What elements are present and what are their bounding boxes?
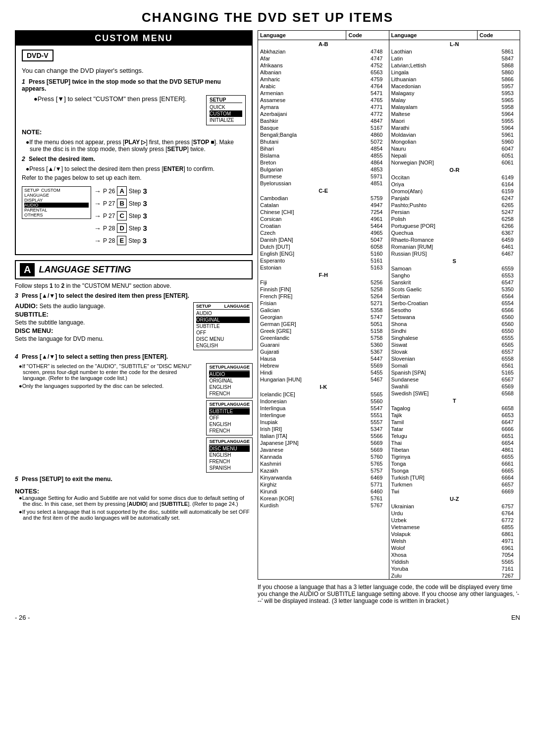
- list-item: Occitan6149: [389, 174, 520, 181]
- list-item: Hausa5447: [258, 355, 389, 362]
- section-ln: L-N: [389, 40, 520, 48]
- list-item: Kirundi6460: [258, 488, 389, 495]
- setup-menu-item-quick: QUICK: [210, 104, 242, 110]
- page: CHANGING THE DVD SET UP ITEMS CUSTOM MEN…: [0, 0, 535, 756]
- section-fh: F-H: [258, 271, 389, 279]
- list-item: Greenlandic5758: [258, 334, 389, 341]
- list-item: Kashmiri5765: [258, 460, 389, 467]
- page-number: - 26 -: [15, 614, 30, 621]
- list-item: Tamil6647: [389, 419, 520, 426]
- list-item: Italian [ITA]5566: [258, 432, 389, 439]
- list-item: Wolof6961: [389, 544, 520, 551]
- list-item: Xhosa7054: [389, 551, 520, 558]
- step4-bold: Press [▲/▼] to select a setting then pre…: [22, 353, 168, 360]
- setup-menu-item-initialize: INITIALIZE: [210, 117, 242, 123]
- list-item: Romanian [RUM]6461: [389, 243, 520, 250]
- list-item: Esperanto5161: [258, 257, 389, 264]
- list-item: Dutch [DUT]6058: [258, 243, 389, 250]
- list-item: Bulgarian4853: [258, 166, 389, 173]
- list-item: Maltese5964: [389, 110, 520, 117]
- step-b: → P 27 B Step 3: [94, 199, 147, 208]
- lang-col-left: A-B Abkhazian4748 Afar4747 Afrikaans4752…: [258, 40, 389, 579]
- col-code-1: Code: [346, 31, 389, 40]
- list-item: German [GER]5051: [258, 321, 389, 327]
- list-item: Marathi5964: [389, 124, 520, 131]
- list-item: Yiddish5565: [389, 558, 520, 565]
- list-item: Mongolian5960: [389, 138, 520, 145]
- step1-bold: Press [SETUP] twice in the stop mode so …: [22, 78, 221, 92]
- list-item: Sundanese6567: [389, 376, 520, 383]
- list-item: Tibetan4861: [389, 446, 520, 453]
- list-item: Inupiak5557: [258, 419, 389, 426]
- list-item: Thai6654: [389, 439, 520, 446]
- section-ab: A-B: [258, 40, 389, 48]
- section-ik: I-K: [258, 383, 389, 391]
- list-item: Kazakh5757: [258, 467, 389, 474]
- bottom-notes: NOTES: ●Language Setting for Audio and S…: [15, 487, 253, 521]
- list-item: Azerbaijani4772: [258, 110, 389, 117]
- list-item: English [ENG]5160: [258, 250, 389, 257]
- list-item: Bashkir4847: [258, 117, 389, 124]
- lang-setting-label: LANGUAGE SETTING: [39, 265, 131, 275]
- step4-block: 4 Press [▲/▼] to select a setting then p…: [15, 353, 253, 360]
- list-item: Nauru6047: [389, 145, 520, 152]
- list-item: Hebrew5569: [258, 362, 389, 369]
- list-item: Javanese5669: [258, 446, 389, 453]
- list-item: Oriya6164: [389, 181, 520, 188]
- list-item: Arabic4764: [258, 83, 389, 90]
- list-item: Serbian6564: [389, 293, 520, 300]
- list-item: Czech4965: [258, 229, 389, 236]
- list-item: Georgian5747: [258, 314, 389, 321]
- list-item: Twi6669: [389, 488, 520, 495]
- list-item: Volapuk6861: [389, 531, 520, 538]
- step-d: → P 28 D Step 3: [94, 223, 147, 233]
- list-item: Samoan6559: [389, 265, 520, 272]
- list-item: Persian5247: [389, 209, 520, 216]
- step3-bold: Press [▲/▼] to select the desired item t…: [22, 292, 189, 299]
- steps-diagram: SETUPCUSTOM LANGUAGE DISPLAY AUDIO PAREN…: [22, 186, 246, 245]
- list-item: Irish [IRI]5347: [258, 426, 389, 432]
- list-item: Tatar6666: [389, 426, 520, 432]
- list-item: Swahili6569: [389, 383, 520, 390]
- footer-note: If you choose a language that has a 3 le…: [258, 584, 520, 604]
- lang-col-right: L-N Laothian5861 Latin5847 Latvian;Letti…: [389, 40, 520, 579]
- col-language-1: Language: [258, 31, 346, 40]
- if-other-bullet-1: ●If "OTHER" is selected on the "AUDIO", …: [19, 363, 202, 381]
- list-item: Kannada5760: [258, 453, 389, 460]
- list-item: Galician5358: [258, 307, 389, 314]
- list-item: Lithuanian5866: [389, 76, 520, 83]
- list-item: Swedish [SWE]6568: [389, 390, 520, 397]
- list-item: Sangho6553: [389, 272, 520, 279]
- list-item: Greek [GRE]5158: [258, 327, 389, 334]
- list-item: Malay5965: [389, 97, 520, 104]
- list-item: Singhalese6555: [389, 334, 520, 341]
- notes-bullet-2: ●If you select a language that is not su…: [19, 509, 253, 521]
- list-item: Serbo-Croatian6554: [389, 300, 520, 307]
- note-bullet-1: ●If the menu does not appear, press [PLA…: [26, 139, 246, 153]
- list-item: Malagasy5953: [389, 90, 520, 97]
- list-item: Armenian5471: [258, 90, 389, 97]
- list-item: Tonga6661: [389, 460, 520, 467]
- list-item: Burmese5971: [258, 173, 389, 180]
- list-item: Byelorussian4851: [258, 180, 389, 187]
- list-item: Korean [KOR]5761: [258, 495, 389, 502]
- list-item: Portuguese [POR]6266: [389, 222, 520, 229]
- setup-box-subtitle: SETUPLANGUAGE SUBTITLE OFF ENGLISH FRENC…: [206, 400, 253, 435]
- list-item: Latin5847: [389, 55, 520, 62]
- list-item: Amharic4759: [258, 76, 389, 83]
- list-item: Japanese [JPN]5669: [258, 439, 389, 446]
- list-item: Interlingue5551: [258, 412, 389, 419]
- disc-menu-label: DISC MENU:: [15, 327, 53, 334]
- table-body: A-B Abkhazian4748 Afar4747 Afrikaans4752…: [258, 40, 520, 579]
- lang-letter-badge: A: [20, 263, 35, 276]
- custom-menu-title: CUSTOM MENU: [16, 31, 252, 46]
- steps-left: SETUPCUSTOM LANGUAGE DISPLAY AUDIO PAREN…: [22, 186, 91, 245]
- list-item: French [FRE]5264: [258, 293, 389, 300]
- list-item: Tajik6653: [389, 412, 520, 419]
- list-item: Afrikaans4752: [258, 62, 389, 69]
- list-item: Maori5955: [389, 117, 520, 124]
- list-item: Slovak6557: [389, 348, 520, 355]
- right-column: Language Code Language Code A-B Abkhazia…: [258, 30, 520, 604]
- list-item: Ukrainian6757: [389, 503, 520, 510]
- list-item: Sesotho6566: [389, 307, 520, 314]
